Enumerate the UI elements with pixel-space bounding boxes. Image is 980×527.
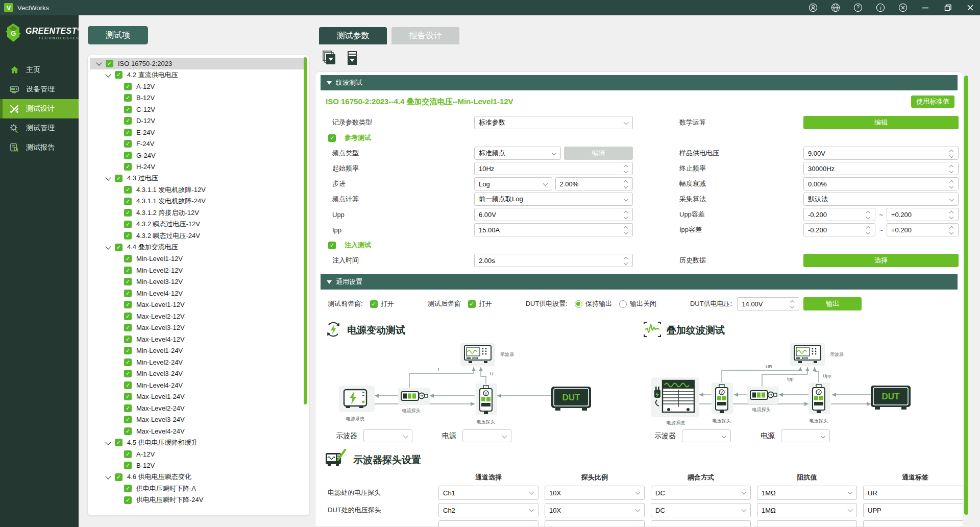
- import-down-icon[interactable]: [345, 50, 360, 66]
- ratio-select[interactable]: 10X: [545, 503, 645, 517]
- use-standard-values-button[interactable]: 使用标准值: [911, 95, 954, 108]
- tree-checkbox[interactable]: [124, 198, 132, 205]
- tree-item[interactable]: 4.3.2 瞬态过电压-24V: [90, 230, 307, 242]
- spinner-arrows-icon[interactable]: [949, 149, 954, 159]
- tree-item[interactable]: 4.3.1.1 发电机故障-12V: [90, 184, 307, 196]
- start-freq-spinner[interactable]: 10Hz: [474, 162, 633, 175]
- tree-item[interactable]: 4.2 直流供电电压: [90, 69, 307, 81]
- pre-popup-checkbox[interactable]: [370, 300, 378, 308]
- main-scrollbar[interactable]: [964, 76, 968, 515]
- injection-test-toggle[interactable]: 注入测试: [327, 241, 474, 250]
- tree-item[interactable]: 供电电压瞬时下降-A: [90, 483, 307, 495]
- disconnect-icon[interactable]: [898, 3, 908, 12]
- spinner-arrows-icon[interactable]: [866, 210, 871, 220]
- expand-chevron-icon[interactable]: [105, 175, 111, 181]
- tree-checkbox[interactable]: [124, 427, 132, 435]
- spinner-arrows-icon[interactable]: [949, 225, 954, 235]
- tree-item[interactable]: B-12V: [90, 460, 307, 472]
- reference-test-toggle[interactable]: 参考测试: [327, 133, 474, 142]
- coupling-select[interactable]: DC: [651, 486, 751, 500]
- tree-checkbox[interactable]: [124, 393, 132, 400]
- ipp-tol-max-spinner[interactable]: +0.200: [887, 223, 959, 236]
- history-select-button[interactable]: 选择: [803, 254, 959, 267]
- tree-checkbox[interactable]: [124, 358, 132, 366]
- tree-checkbox[interactable]: [124, 232, 132, 239]
- reference-test-checkbox[interactable]: [328, 134, 336, 142]
- tree-item[interactable]: F-24V: [90, 138, 307, 150]
- tree-item[interactable]: 4.6 供电电压瞬态变化: [90, 471, 307, 483]
- tree-checkbox[interactable]: [124, 152, 132, 159]
- upp-tol-max-spinner[interactable]: +0.200: [887, 208, 959, 221]
- spinner-arrows-icon[interactable]: [790, 299, 795, 309]
- tree-checkbox[interactable]: [124, 381, 132, 389]
- user-icon[interactable]: [808, 3, 818, 12]
- step-value-spinner[interactable]: 2.00%: [555, 177, 633, 190]
- tree-item[interactable]: Max-Level3-12V: [90, 322, 307, 334]
- maximize-button[interactable]: [943, 3, 952, 12]
- test-items-header[interactable]: 测试项: [88, 26, 148, 44]
- tree-checkbox[interactable]: [124, 106, 132, 113]
- spinner-arrows-icon[interactable]: [866, 225, 871, 235]
- upp-tol-min-spinner[interactable]: -0.200: [803, 208, 875, 221]
- close-button[interactable]: [966, 3, 975, 12]
- tree-checkbox[interactable]: [115, 175, 122, 182]
- impedance-select[interactable]: 1MΩ: [757, 503, 857, 517]
- channel-tag-input[interactable]: [863, 520, 963, 527]
- tree-item[interactable]: A-12V: [90, 448, 307, 460]
- ipp-tol-min-spinner[interactable]: -0.200: [803, 223, 875, 236]
- tree-checkbox[interactable]: [124, 278, 132, 285]
- sidebar-item-test-manage[interactable]: 测试管理: [0, 118, 79, 138]
- tree-checkbox[interactable]: [124, 255, 132, 262]
- coupling-select[interactable]: DC: [651, 503, 751, 517]
- tree-checkbox[interactable]: [124, 347, 132, 354]
- tree-checkbox[interactable]: [115, 71, 122, 79]
- tree-checkbox[interactable]: [124, 404, 132, 412]
- spinner-arrows-icon[interactable]: [624, 164, 629, 174]
- tab-report-design[interactable]: 报告设计: [391, 27, 459, 44]
- channel-tag-input[interactable]: UPP: [863, 503, 963, 517]
- output-button[interactable]: 输出: [803, 297, 862, 310]
- ratio-select[interactable]: 10X: [545, 486, 645, 500]
- tree-checkbox[interactable]: [115, 244, 122, 251]
- impedance-select[interactable]: [757, 520, 857, 527]
- sample-voltage-spinner[interactable]: 9.00V: [803, 147, 959, 160]
- tree-item[interactable]: A-12V: [90, 81, 307, 92]
- tree-checkbox[interactable]: [124, 267, 132, 274]
- expand-chevron-icon[interactable]: [105, 244, 111, 250]
- freq-calc-select[interactable]: 前一频点取Log: [474, 193, 633, 206]
- amplitude-atten-spinner[interactable]: 0.00%: [803, 177, 959, 190]
- expand-chevron-icon[interactable]: [105, 474, 111, 480]
- tree-item[interactable]: Min-Level1-24V: [90, 345, 307, 357]
- tree-item[interactable]: Max-Level4-24V: [90, 425, 307, 437]
- tree-checkbox[interactable]: [124, 140, 132, 148]
- spinner-arrows-icon[interactable]: [949, 179, 954, 189]
- channel-select[interactable]: [438, 520, 538, 527]
- tree-item[interactable]: E-24V: [90, 127, 307, 138]
- batch-copy-down-icon[interactable]: [322, 50, 337, 66]
- ripple-section-header[interactable]: 纹波测试: [321, 75, 958, 90]
- tree-item[interactable]: H-24V: [90, 161, 307, 173]
- spinner-arrows-icon[interactable]: [624, 210, 629, 220]
- tree-checkbox[interactable]: [124, 450, 132, 458]
- tree-checkbox[interactable]: [124, 313, 132, 320]
- inject-time-spinner[interactable]: 2.00s: [474, 254, 633, 267]
- tree-item[interactable]: Max-Level2-12V: [90, 310, 307, 322]
- tree-item[interactable]: Min-Level4-24V: [90, 379, 307, 391]
- tree-item[interactable]: Min-Level2-12V: [90, 265, 307, 276]
- tree-checkbox[interactable]: [124, 301, 132, 308]
- tree-scrollbar[interactable]: [304, 57, 307, 404]
- tree-item[interactable]: 供电电压瞬时下降-24V: [90, 494, 307, 506]
- tree-checkbox[interactable]: [124, 186, 132, 194]
- tree-item[interactable]: Max-Level3-24V: [90, 414, 307, 426]
- coupling-select[interactable]: [651, 520, 751, 527]
- tree-checkbox[interactable]: [115, 473, 122, 481]
- tree-checkbox[interactable]: [124, 209, 132, 217]
- tree-item[interactable]: Min-Level3-24V: [90, 368, 307, 380]
- scope-select[interactable]: [363, 429, 412, 442]
- tree-item[interactable]: 4.4 叠加交流电压: [90, 242, 307, 253]
- tree-item[interactable]: 4.3.1.1 发电机故障-24V: [90, 196, 307, 207]
- tree-checkbox[interactable]: [124, 370, 132, 377]
- tree-item[interactable]: G-24V: [90, 150, 307, 161]
- network-lan-icon[interactable]: LAN: [831, 3, 840, 12]
- ipp-spinner[interactable]: 15.00A: [474, 223, 633, 236]
